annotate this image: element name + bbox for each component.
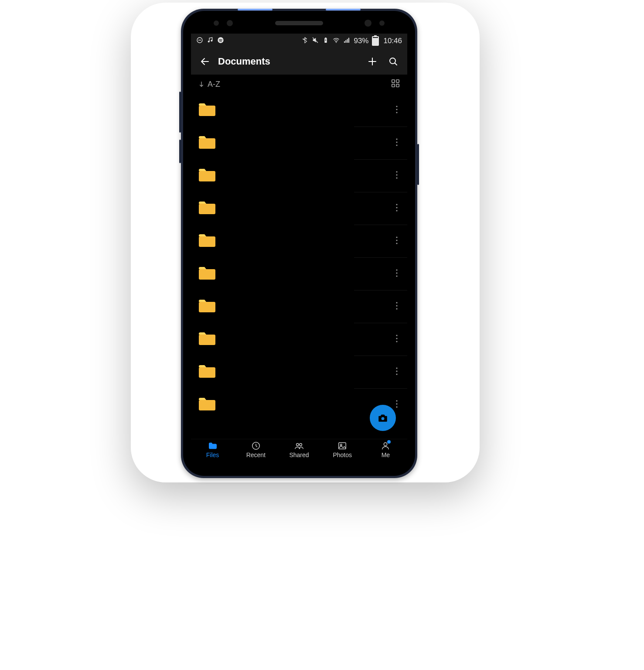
svg-rect-22	[199, 138, 215, 149]
tab-photos[interactable]: Photos	[321, 439, 364, 468]
tab-me[interactable]: Me	[364, 439, 407, 468]
tab-label: Photos	[333, 451, 352, 458]
row-more-button[interactable]	[386, 236, 407, 246]
photo-icon	[337, 441, 347, 451]
folder-row[interactable]	[191, 356, 407, 388]
folder-icon	[198, 233, 216, 250]
row-more-button[interactable]	[386, 105, 407, 116]
svg-rect-12	[348, 38, 349, 42]
app-bar: Documents	[191, 48, 407, 75]
svg-point-49	[396, 341, 397, 342]
svg-point-32	[396, 207, 397, 208]
svg-point-28	[396, 174, 397, 175]
svg-point-24	[396, 141, 397, 143]
svg-point-37	[396, 243, 397, 244]
svg-point-57	[396, 406, 397, 407]
svg-point-52	[396, 370, 397, 372]
folder-name	[225, 270, 386, 278]
camera-fab[interactable]	[370, 405, 396, 431]
folder-icon	[198, 168, 216, 184]
svg-point-3	[211, 40, 212, 41]
svg-point-56	[396, 403, 397, 404]
tab-files[interactable]: Files	[191, 439, 234, 468]
spotify-icon	[217, 37, 224, 46]
svg-rect-34	[199, 236, 215, 247]
svg-rect-30	[199, 204, 215, 214]
svg-rect-18	[199, 106, 215, 116]
tab-recent[interactable]: Recent	[234, 439, 277, 468]
folder-row[interactable]	[191, 225, 407, 257]
svg-point-25	[396, 144, 397, 146]
grid-view-icon	[391, 79, 400, 88]
svg-point-39	[396, 269, 397, 270]
svg-point-23	[396, 138, 397, 140]
bottom-nav: Files Recent Shared Photos	[191, 439, 407, 468]
row-more-button[interactable]	[386, 269, 407, 279]
folder-icon	[198, 331, 216, 348]
folder-icon	[198, 298, 216, 315]
svg-point-45	[396, 308, 397, 309]
folder-icon	[198, 364, 216, 380]
folder-icon	[198, 266, 216, 282]
camera-icon	[377, 412, 388, 424]
row-more-button[interactable]	[386, 301, 407, 312]
sort-label: A-Z	[208, 80, 220, 89]
svg-point-29	[396, 177, 397, 178]
people-icon	[294, 441, 304, 451]
svg-point-53	[396, 373, 397, 375]
svg-rect-16	[392, 84, 395, 87]
folder-list[interactable]	[191, 94, 407, 439]
row-more-button[interactable]	[386, 367, 407, 377]
tab-shared[interactable]: Shared	[277, 439, 320, 468]
row-more-button[interactable]	[386, 334, 407, 345]
folder-row[interactable]	[191, 323, 407, 356]
row-more-button[interactable]	[386, 171, 407, 181]
svg-point-2	[208, 41, 210, 42]
folder-icon	[208, 441, 218, 451]
sort-arrow-icon	[198, 81, 205, 88]
svg-point-51	[396, 367, 397, 369]
view-toggle[interactable]	[391, 79, 400, 90]
svg-point-35	[396, 236, 397, 238]
folder-name	[225, 139, 386, 147]
svg-rect-62	[339, 443, 346, 449]
folder-row[interactable]	[191, 192, 407, 225]
svg-rect-9	[344, 41, 345, 42]
svg-point-20	[396, 109, 397, 110]
folder-icon	[198, 135, 216, 151]
folder-icon	[198, 200, 216, 217]
svg-point-55	[396, 400, 397, 401]
folder-row[interactable]	[191, 257, 407, 290]
dnd-icon	[196, 37, 203, 46]
row-more-button[interactable]	[386, 138, 407, 148]
screen: 93% 10:46 Documents	[191, 34, 407, 468]
svg-point-36	[396, 239, 397, 241]
search-button[interactable]	[383, 51, 404, 72]
svg-point-61	[300, 444, 302, 446]
folder-row[interactable]	[191, 126, 407, 159]
folder-row[interactable]	[191, 290, 407, 323]
bluetooth-icon	[301, 37, 308, 46]
add-button[interactable]	[362, 51, 383, 72]
wifi-icon	[333, 37, 340, 46]
svg-rect-38	[199, 269, 215, 280]
svg-point-43	[396, 302, 397, 303]
folder-row[interactable]	[191, 159, 407, 192]
folder-row[interactable]	[191, 94, 407, 126]
svg-point-31	[396, 204, 397, 205]
status-bar: 93% 10:46	[191, 34, 407, 48]
back-button[interactable]	[194, 51, 215, 72]
folder-icon	[198, 397, 216, 413]
svg-rect-46	[199, 335, 215, 345]
sort-toggle[interactable]: A-Z	[198, 80, 220, 89]
svg-point-44	[396, 305, 397, 306]
row-more-button[interactable]	[386, 203, 407, 214]
battery-percent: 93%	[354, 37, 368, 45]
svg-point-47	[396, 335, 397, 336]
music-note-icon	[207, 37, 214, 46]
battery-save-icon	[322, 37, 329, 46]
folder-name	[225, 401, 386, 409]
svg-point-48	[396, 338, 397, 339]
folder-name	[225, 106, 386, 114]
svg-rect-54	[199, 400, 215, 410]
